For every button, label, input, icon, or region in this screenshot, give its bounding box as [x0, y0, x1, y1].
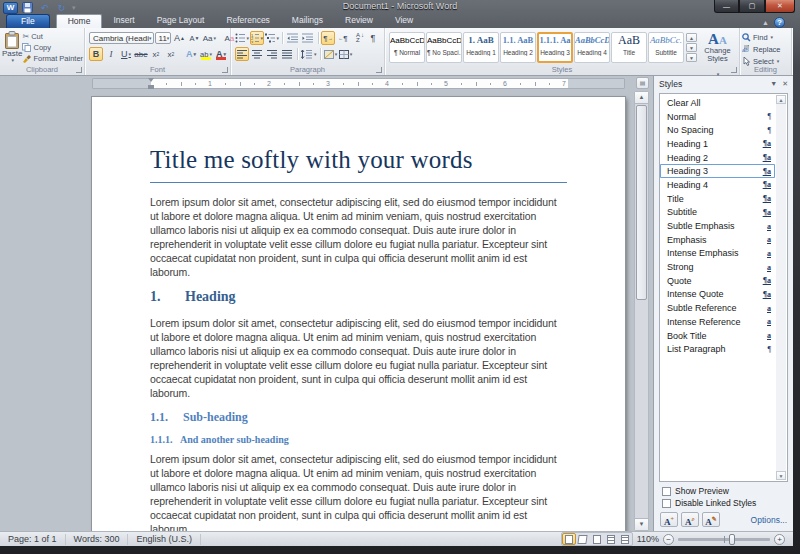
new-style-button[interactable]: A+: [660, 512, 678, 527]
zoom-slider[interactable]: [678, 538, 770, 541]
styles-pane-item-title[interactable]: Title¶a: [660, 192, 775, 206]
bold-button[interactable]: B: [89, 47, 103, 61]
styles-pane-item-heading-2[interactable]: Heading 2¶a: [660, 151, 775, 165]
style-gallery-item-normal[interactable]: AaBbCcDx¶ Normal: [389, 32, 425, 63]
styles-pane-item-no-spacing[interactable]: No Spacing¶: [660, 123, 775, 137]
copy-button[interactable]: Copy: [22, 43, 83, 53]
shrink-font-button[interactable]: A▼: [187, 31, 201, 45]
change-case-button[interactable]: Aa▾: [202, 31, 216, 45]
view-draft-button[interactable]: [618, 533, 632, 545]
scroll-down-icon[interactable]: ▼: [635, 518, 648, 530]
styles-scroll-down-icon[interactable]: ▼: [776, 471, 786, 480]
styles-list-scrollbar[interactable]: ▲ ▼: [776, 95, 786, 480]
gallery-scroll-up-icon[interactable]: ▲: [686, 33, 697, 42]
justify-button[interactable]: [280, 47, 294, 61]
align-left-button[interactable]: [235, 47, 249, 61]
hanging-indent-marker[interactable]: [148, 85, 154, 89]
status-language[interactable]: English (U.S.): [128, 534, 201, 545]
line-spacing-button[interactable]: ▾: [301, 47, 317, 61]
tab-home[interactable]: Home: [56, 14, 103, 28]
status-page-count[interactable]: Page: 1 of 1: [0, 534, 66, 545]
options-link[interactable]: Options...: [751, 515, 787, 525]
disable-linked-styles-checkbox[interactable]: [662, 499, 671, 508]
font-color-button[interactable]: A▾: [214, 47, 228, 61]
italic-button[interactable]: I: [104, 47, 118, 61]
style-gallery-item-h1[interactable]: 1. AaBHeading 1: [463, 32, 499, 63]
style-gallery-item-nospacing[interactable]: AaBbCcDc¶ No Spaci...: [426, 32, 462, 63]
styles-pane-close-icon[interactable]: ✕: [782, 80, 788, 88]
align-center-button[interactable]: [250, 47, 264, 61]
maximize-button[interactable]: ▢: [739, 0, 765, 13]
right-to-left-text-button[interactable]: ←¶: [336, 31, 350, 45]
tab-insert[interactable]: Insert: [102, 14, 145, 28]
view-outline-button[interactable]: [604, 533, 618, 545]
style-gallery-item-h4[interactable]: AaBbCcDHeading 4: [574, 32, 610, 63]
styles-pane-item-subtle-reference[interactable]: Subtle Referencea: [660, 301, 775, 315]
sort-button[interactable]: AZ↓: [351, 31, 365, 45]
strikethrough-button[interactable]: abe: [134, 47, 148, 61]
manage-styles-button[interactable]: A✎: [702, 512, 720, 527]
ruler-toggle-button[interactable]: ▤: [636, 77, 649, 89]
status-word-count[interactable]: Words: 300: [66, 534, 129, 545]
styles-pane-item-heading-1[interactable]: Heading 1¶a: [660, 137, 775, 151]
replace-button[interactable]: ab Replace: [742, 43, 789, 55]
borders-button[interactable]: ▾: [339, 47, 353, 61]
styles-pane-item-intense-emphasis[interactable]: Intense Emphasisa: [660, 247, 775, 261]
tab-view[interactable]: View: [384, 14, 424, 28]
styles-pane-item-subtle-emphasis[interactable]: Subtle Emphasisa: [660, 219, 775, 233]
cut-button[interactable]: ✂Cut: [22, 32, 83, 42]
view-web-layout-button[interactable]: [590, 533, 604, 545]
superscript-button[interactable]: x2: [164, 47, 178, 61]
view-fullscreen-reading-button[interactable]: [576, 533, 590, 545]
styles-scroll-up-icon[interactable]: ▲: [776, 95, 786, 104]
font-dialog-launcher-icon[interactable]: [222, 67, 228, 73]
styles-pane-item-intense-reference[interactable]: Intense Referencea: [660, 315, 775, 329]
gallery-more-icon[interactable]: ▼: [686, 53, 697, 62]
styles-pane-item-heading-3[interactable]: Heading 3¶a: [660, 164, 775, 178]
minimize-ribbon-icon[interactable]: ▲: [762, 19, 769, 26]
first-line-indent-marker[interactable]: [148, 78, 154, 82]
styles-pane-item-heading-4[interactable]: Heading 4¶a: [660, 178, 775, 192]
zoom-in-button[interactable]: +: [774, 534, 785, 545]
underline-button[interactable]: U▾: [119, 47, 133, 61]
change-styles-button[interactable]: AA Change Styles ▾: [698, 30, 737, 63]
increase-indent-button[interactable]: [301, 31, 315, 45]
styles-dialog-launcher-icon[interactable]: [731, 67, 737, 73]
zoom-out-button[interactable]: −: [663, 534, 674, 545]
paste-button[interactable]: Paste ▾: [2, 31, 22, 64]
align-right-button[interactable]: [265, 47, 279, 61]
find-button[interactable]: Find▾: [742, 31, 789, 43]
zoom-level[interactable]: 110%: [637, 534, 659, 544]
multilevel-list-button[interactable]: ▾: [265, 31, 279, 45]
tab-file[interactable]: File: [6, 14, 50, 28]
grow-font-button[interactable]: A▲: [172, 31, 186, 45]
style-gallery-item-h2[interactable]: 1.1. AaBHeading 2: [500, 32, 536, 63]
help-icon[interactable]: ?: [774, 17, 785, 28]
styles-pane-item-quote[interactable]: Quote¶a: [660, 274, 775, 288]
styles-pane-item-book-title[interactable]: Book Titlea: [660, 329, 775, 343]
vertical-scrollbar[interactable]: ▲ ▼: [634, 91, 649, 531]
scroll-up-icon[interactable]: ▲: [635, 92, 648, 104]
format-painter-button[interactable]: Format Painter: [22, 53, 83, 63]
bullets-button[interactable]: ▾: [235, 31, 249, 45]
highlight-color-button[interactable]: ab▾: [199, 47, 213, 61]
disable-linked-styles-option[interactable]: Disable Linked Styles: [662, 497, 793, 509]
paragraph-dialog-launcher-icon[interactable]: [376, 67, 382, 73]
tab-mailings[interactable]: Mailings: [281, 14, 334, 28]
tab-page-layout[interactable]: Page Layout: [146, 14, 216, 28]
styles-pane-menu-icon[interactable]: ▼: [770, 80, 777, 88]
show-preview-checkbox[interactable]: [662, 487, 671, 496]
close-button[interactable]: ✕: [765, 0, 795, 13]
clipboard-dialog-launcher-icon[interactable]: [76, 67, 82, 73]
view-print-layout-button[interactable]: [562, 533, 576, 545]
subscript-button[interactable]: x2: [149, 47, 163, 61]
font-name-combo[interactable]: Cambria (Headi▾: [89, 32, 154, 44]
styles-pane-item-subtitle[interactable]: Subtitle¶a: [660, 206, 775, 220]
show-hide-pilcrow-button[interactable]: ¶: [366, 31, 380, 45]
styles-pane-item-clear-all[interactable]: Clear All: [660, 96, 775, 110]
style-gallery-item-subtitle[interactable]: AaBbCc.Subtitle: [648, 32, 684, 63]
style-gallery-item-title[interactable]: AaBTitle: [611, 32, 647, 63]
document-page[interactable]: Title me softly with your wordsLorem ips…: [92, 97, 625, 531]
show-preview-option[interactable]: Show Preview: [662, 485, 793, 497]
text-effects-button[interactable]: A▾: [184, 47, 198, 61]
